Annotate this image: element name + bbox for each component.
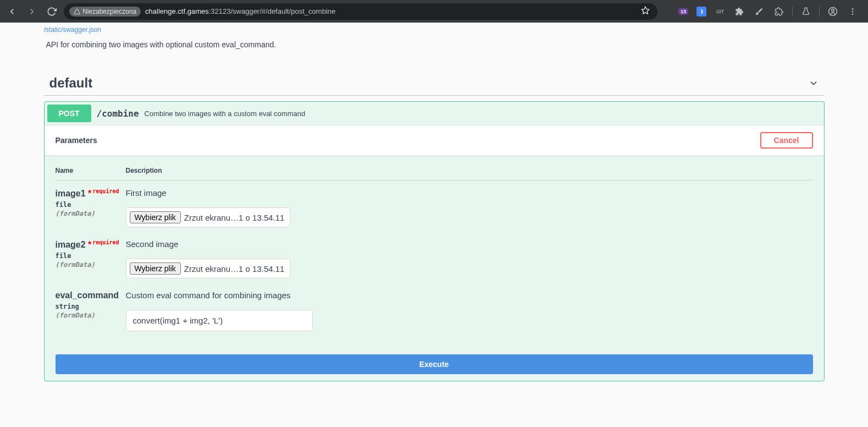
profile-icon[interactable] [826,5,839,18]
eval-command-input[interactable] [126,310,313,331]
svg-marker-0 [642,7,649,14]
param-name-cell: image2 *required file (formData) [56,239,126,269]
svg-point-5 [852,10,854,12]
bookmark-star-icon[interactable] [641,6,650,17]
param-name-cell: image1 *required file (formData) [56,188,126,217]
opblock-post-combine: POST /combine Combine two images with a … [44,101,825,381]
column-header-name: Name [56,167,126,174]
param-type: string [56,300,126,310]
param-desc-cell: First image Wybierz plik Zrzut ekranu…1 … [126,188,813,227]
parameters-table-header: Name Description [56,167,813,180]
extension-accessibility-icon[interactable] [696,7,706,17]
param-in: (formData) [56,209,126,217]
param-desc-cell: Custom eval command for combining images [126,291,813,331]
address-bar[interactable]: Niezabezpieczona challenge.ctf.games:321… [64,3,657,20]
param-name: image1 *required [56,188,126,199]
execute-button[interactable]: Execute [56,354,813,374]
extension-brush-icon[interactable] [753,5,766,18]
parameters-label: Parameters [56,136,97,145]
extension-git-icon[interactable]: .GIT [713,5,726,18]
extension-puzzle-icon[interactable] [733,5,746,18]
param-type: file [56,199,126,209]
svg-point-4 [852,8,854,10]
swagger-json-link[interactable]: /static/swagger.json [44,23,825,40]
param-description: Second image [126,239,813,249]
choose-file-button[interactable]: Wybierz plik [130,211,181,223]
svg-point-6 [852,13,854,15]
param-description: First image [126,188,813,198]
cancel-button[interactable]: Cancel [760,132,813,149]
svg-point-3 [832,9,834,12]
param-row-eval-command: eval_command string (formData) Custom ev… [56,283,813,336]
parameters-bar: Parameters Cancel [45,125,824,156]
param-description: Custom eval command for combining images [126,291,813,300]
param-name: image2 *required [56,239,126,250]
separator [792,7,793,17]
extensions-menu-icon[interactable] [772,5,786,18]
operation-summary: Combine two images with a custom eval co… [145,110,306,118]
param-name: eval_command [56,291,126,300]
back-button[interactable] [4,4,20,19]
param-desc-cell: Second image Wybierz plik Zrzut ekranu…1… [126,239,813,278]
tag-title: default [49,75,93,91]
chosen-file-name: Zrzut ekranu…1 o 13.54.11 [184,264,285,273]
param-type: file [56,250,126,260]
param-row-image1: image1 *required file (formData) First i… [56,180,813,232]
param-in: (formData) [56,260,126,269]
page-content: /static/swagger.json API for combining t… [33,23,836,381]
toolbar-right: 13 .GIT [677,5,864,18]
tag-header[interactable]: default [44,71,825,96]
security-indicator[interactable]: Niezabezpieczona [69,7,141,17]
file-input-image2[interactable]: Wybierz plik Zrzut ekranu…1 o 13.54.11 [126,259,291,278]
chosen-file-name: Zrzut ekranu…1 o 13.54.11 [184,213,285,222]
reload-button[interactable] [44,4,59,19]
forward-button[interactable] [24,4,40,19]
chevron-down-icon [808,78,819,89]
execute-wrapper: Execute [45,347,824,381]
choose-file-button[interactable]: Wybierz plik [130,262,181,275]
browser-toolbar: Niezabezpieczona challenge.ctf.games:321… [0,0,868,23]
url-text: challenge.ctf.games:32123/swagger/#/defa… [145,7,335,15]
param-in: (formData) [56,310,126,319]
labs-icon[interactable] [799,5,812,18]
opblock-summary[interactable]: POST /combine Combine two images with a … [45,102,824,125]
svg-point-1 [701,9,702,10]
kebab-menu-icon[interactable] [846,5,859,18]
http-method-badge: POST [47,105,91,122]
separator [819,7,820,17]
operation-path: /combine [97,108,139,119]
file-input-image1[interactable]: Wybierz plik Zrzut ekranu…1 o 13.54.11 [126,207,291,227]
extension-badge-icon[interactable]: 13 [677,5,690,18]
security-label: Niezabezpieczona [82,8,136,15]
param-name-cell: eval_command string (formData) [56,291,126,319]
param-row-image2: image2 *required file (formData) Second … [56,232,813,283]
column-header-description: Description [126,167,162,174]
parameters-table: Name Description image1 *required file (… [45,156,824,347]
api-description: API for combining two images with option… [44,40,825,49]
